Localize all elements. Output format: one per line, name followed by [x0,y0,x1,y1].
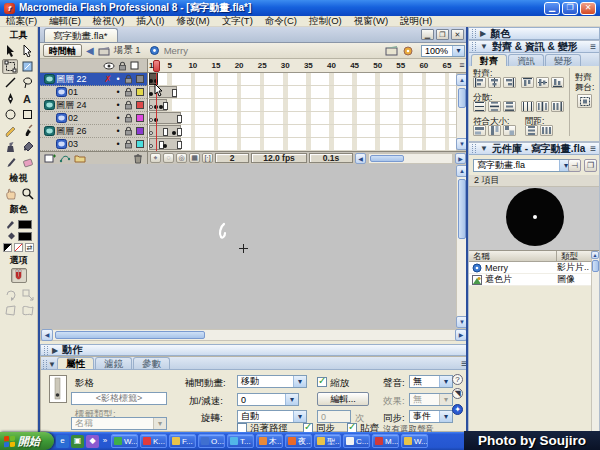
panel-gripper[interactable] [44,346,48,355]
menu-view[interactable]: 檢視(V) [87,15,131,28]
quicklaunch-app-icon[interactable]: ◆ [86,435,99,448]
menu-control[interactable]: 控制(O) [303,15,348,28]
rectangle-tool[interactable] [19,107,35,122]
paint-bucket-tool[interactable] [19,139,35,154]
timeline-hscrollbar[interactable] [368,153,453,164]
panel-gripper[interactable] [472,29,476,38]
frame-row[interactable] [148,112,456,125]
text-tool[interactable]: A [19,91,35,106]
timeline-layer-row[interactable]: 03• [40,138,147,151]
lock-toggle[interactable] [123,74,133,84]
task-button-5[interactable]: 木... [256,434,283,448]
stage-hscrollbar[interactable]: ◀ ▶ [40,329,468,341]
distort-option[interactable] [2,303,18,318]
collapse-arrow-icon[interactable]: ▼ [480,144,488,153]
menu-text[interactable]: 文字(T) [216,15,259,28]
quicklaunch-overflow-icon[interactable]: » [101,435,109,448]
edit-multiple-frames-icon[interactable]: ▦ [189,153,200,163]
align-bottom-button[interactable] [551,77,564,88]
restore-button[interactable]: ❐ [562,2,578,15]
add-motion-guide-icon[interactable] [59,153,71,163]
task-button-4[interactable]: T... [227,434,254,448]
timeline-layer-row[interactable]: 圖層 26• [40,125,147,138]
visibility-dot[interactable]: • [113,139,123,149]
menu-help[interactable]: 說明(H) [394,15,438,28]
default-colors-button[interactable] [3,243,12,252]
scroll-right-icon[interactable]: ▶ [455,153,466,164]
quicklaunch-desktop-icon[interactable]: ▣ [71,435,84,448]
collapse-arrow-icon[interactable]: ▼ [480,42,488,51]
tab-info[interactable]: 資訊 [508,54,544,66]
distribute-bottom-button[interactable] [503,101,516,112]
collapse-arrow-icon[interactable]: ▼ [48,360,56,369]
free-transform-tool[interactable] [2,59,18,74]
frame-row[interactable] [148,86,456,99]
outline-color-swatch[interactable] [136,101,144,109]
tab-filters[interactable]: 濾鏡 [95,357,132,369]
effect-select[interactable]: 無 [409,393,453,406]
eraser-tool[interactable] [19,155,35,170]
task-button-3[interactable]: O... [198,434,225,448]
library-item-row[interactable]: 遮色片圖像 [469,274,591,286]
add-folder-icon[interactable] [74,153,86,163]
subselection-tool[interactable] [19,43,35,58]
quicklaunch-ie-icon[interactable]: e [56,435,69,448]
visibility-dot[interactable]: • [113,100,123,110]
visibility-dot[interactable]: • [113,126,123,136]
menu-insert[interactable]: 插入(I) [130,15,170,28]
zoom-level-select[interactable]: 100% [421,45,465,57]
gradient-transform-tool[interactable] [19,59,35,74]
space-vertical-button[interactable] [525,125,538,136]
back-arrow-icon[interactable]: ◀ [86,45,94,56]
envelope-option[interactable] [19,303,35,318]
selection-tool[interactable] [2,43,18,58]
menu-modify[interactable]: 修改(M) [170,15,215,28]
visibility-dot[interactable]: • [113,87,123,97]
match-width-button[interactable] [473,125,486,136]
info-icon[interactable]: ✦ [452,404,463,415]
scroll-left-icon[interactable]: ◀ [41,329,53,341]
task-button-10[interactable]: W... [401,434,428,448]
rotate-option[interactable] [2,287,18,302]
outline-color-swatch[interactable] [136,114,144,122]
distribute-hcenter-button[interactable] [536,101,549,112]
snap-magnet-option[interactable] [11,268,27,283]
add-layer-icon[interactable] [44,153,56,163]
distribute-vcenter-button[interactable] [488,101,501,112]
distribute-top-button[interactable] [473,101,486,112]
panel-menu-icon[interactable]: ≡ [590,143,596,154]
timeline-toggle-button[interactable]: 時間軸 [43,44,82,57]
tab-transform[interactable]: 變形 [545,54,581,66]
frame-row[interactable] [148,73,456,86]
scroll-thumb[interactable] [458,179,466,239]
edit-symbol-icon[interactable] [402,45,415,56]
hand-tool[interactable] [2,186,18,201]
label-type-select[interactable]: 名稱 [71,417,167,430]
modify-onion-markers-icon[interactable]: [·] [202,153,213,163]
new-library-window-icon[interactable]: ❐ [584,159,597,172]
ink-bottle-tool[interactable] [2,139,18,154]
pin-library-icon[interactable]: ⊣ [568,159,581,172]
line-tool[interactable] [2,75,18,90]
frame-row[interactable] [148,125,456,138]
edit-scene-icon[interactable] [385,45,398,56]
document-tab[interactable]: 寫字動畫.fla* [44,28,118,42]
doc-restore-button[interactable]: ❐ [436,29,449,40]
eyedropper-tool[interactable] [2,155,18,170]
help-icon[interactable]: ? [452,374,463,385]
task-button-1[interactable]: K... [140,434,167,448]
doc-minimize-button[interactable]: ▁ [421,29,434,40]
task-button-0[interactable]: W... [111,434,138,448]
actions-panel-header[interactable]: ▶ 動作 [40,344,468,356]
outline-color-swatch[interactable] [136,127,144,135]
match-height-button[interactable] [488,125,501,136]
collapse-arrow-icon[interactable]: ▶ [480,29,486,38]
zoom-tool[interactable] [19,186,35,201]
onion-outline-icon[interactable]: ◎ [176,153,187,163]
center-frame-icon[interactable]: ⌖ [150,153,161,163]
expand-icon[interactable]: ◥ [452,388,463,399]
menu-commands[interactable]: 命令(C) [259,15,303,28]
task-button-7[interactable]: 聖... [314,434,341,448]
align-panel-header[interactable]: ▼ 對齊 & 資訊 & 變形 ≡ [469,41,599,53]
outline-all-icon[interactable] [130,61,139,70]
